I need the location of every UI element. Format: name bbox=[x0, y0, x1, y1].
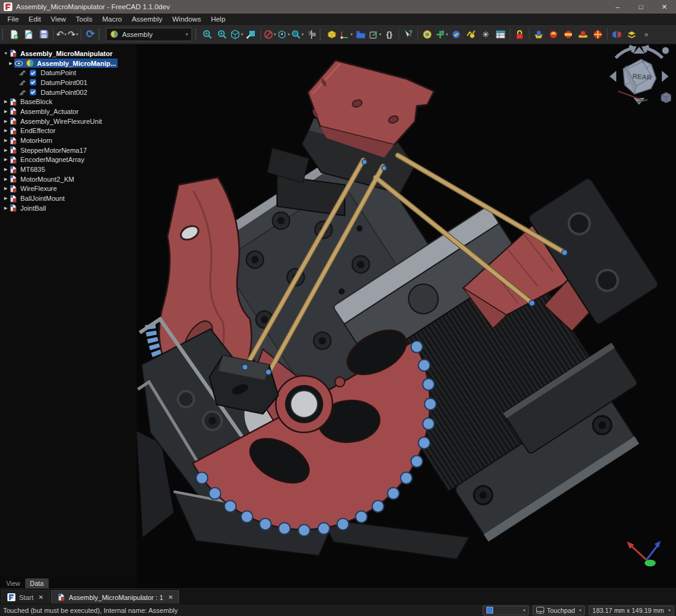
tree-item-label[interactable]: EncoderMagnetArray bbox=[20, 156, 84, 163]
tree-item-label[interactable]: DatumPoint001 bbox=[41, 79, 87, 86]
create-datum-button[interactable]: ▾ bbox=[339, 27, 353, 42]
tree-item-mt6835[interactable]: ▶MT6835 bbox=[0, 164, 137, 174]
ball-joint-button[interactable] bbox=[590, 27, 605, 42]
tree-item-motorhorn[interactable]: ▶MotorHorn bbox=[0, 136, 137, 145]
navigation-style-select[interactable]: Touchpad ▾ bbox=[533, 606, 585, 615]
menu-help[interactable]: Help bbox=[206, 15, 230, 23]
tree-item-document-root[interactable]: ▼ Assembly_MicroManipulator bbox=[0, 49, 137, 59]
close-button[interactable]: ✕ bbox=[653, 0, 676, 14]
expressions-button[interactable]: {} bbox=[382, 27, 396, 42]
mdi-tab-assembly[interactable]: Assembly_MicroManipulator : 1 ✕ bbox=[51, 590, 180, 604]
tree-item-label[interactable]: MotorMount2_KM bbox=[20, 176, 74, 183]
part-clamp-block-side[interactable] bbox=[267, 148, 309, 183]
navcube-arrow-right-icon[interactable] bbox=[662, 71, 669, 82]
exploded-view-button[interactable]: ✳ bbox=[478, 27, 493, 42]
tree-item-assembly-wireflexureunit[interactable]: ▶Assembly_WireFlexureUnit bbox=[0, 116, 137, 126]
menu-macro[interactable]: Macro bbox=[97, 15, 127, 23]
tree-item-label[interactable]: DatumPoint002 bbox=[41, 89, 87, 96]
fit-selection-button[interactable] bbox=[215, 27, 230, 42]
set-view-button[interactable] bbox=[244, 27, 259, 42]
tree-item-label[interactable]: BallJointMount bbox=[20, 195, 65, 202]
expand-arrow-icon[interactable]: ▶ bbox=[7, 61, 14, 66]
tree-item-datumpoint[interactable]: DatumPoint bbox=[16, 68, 137, 78]
refresh-button[interactable]: ⟳ bbox=[83, 27, 98, 42]
workbench-selector[interactable]: Assembly ▾ bbox=[106, 28, 192, 41]
tree-item-label[interactable]: DatumPoint bbox=[41, 69, 76, 76]
tree-item-label[interactable]: Assembly_MicroManip... bbox=[37, 60, 116, 67]
mdi-tab-start[interactable]: Start ✕ bbox=[1, 590, 50, 604]
tree-item-datumpoint002[interactable]: DatumPoint002 bbox=[16, 87, 137, 97]
zoom-button[interactable]: ▾ bbox=[291, 27, 305, 42]
tree-item-balljointmount[interactable]: ▶BallJointMount bbox=[0, 193, 137, 203]
toolbar-overflow-button[interactable]: » bbox=[639, 27, 654, 42]
undo-dropdown[interactable]: ▾ bbox=[65, 32, 67, 37]
slider-joint-button[interactable] bbox=[576, 27, 590, 42]
navcube-rotate-right-icon[interactable] bbox=[644, 46, 662, 58]
tree-item-steppermotornema17[interactable]: ▶StepperMotorNema17 bbox=[0, 145, 137, 155]
save-document-button[interactable] bbox=[36, 27, 51, 42]
insert-component-button[interactable]: ▾ bbox=[435, 27, 449, 42]
tree-item-label[interactable]: Assembly_MicroManipulator bbox=[20, 50, 113, 57]
tree-item-label[interactable]: Assembly_Actuator bbox=[20, 108, 79, 115]
menu-edit[interactable]: Edit bbox=[24, 15, 46, 23]
title-bar[interactable]: Assembly_MicroManipulator - FreeCAD 1.1.… bbox=[0, 0, 676, 14]
assembly-3d-model[interactable] bbox=[137, 44, 676, 588]
tab-data[interactable]: Data bbox=[25, 578, 49, 588]
3d-viewport[interactable]: REAR bbox=[137, 44, 676, 588]
mirror-part-button[interactable] bbox=[610, 27, 624, 42]
menu-file[interactable]: File bbox=[2, 15, 24, 23]
redo-button[interactable]: ↷▾ bbox=[67, 27, 79, 42]
cylindrical-joint-button[interactable] bbox=[561, 27, 576, 42]
mdi-tab-label[interactable]: Assembly_MicroManipulator : 1 bbox=[69, 594, 163, 601]
navcube-arrow-left-icon[interactable] bbox=[610, 71, 616, 82]
maximize-button[interactable]: □ bbox=[629, 0, 653, 14]
navcube-rotate-left-icon[interactable] bbox=[616, 46, 634, 58]
revolute-joint-button[interactable] bbox=[546, 27, 561, 42]
tab-view[interactable]: View bbox=[1, 578, 25, 588]
tree-item-label[interactable]: WireFlexure bbox=[20, 185, 57, 192]
menu-windows[interactable]: Windows bbox=[167, 15, 206, 23]
draw-style-select[interactable]: ▾ bbox=[483, 606, 529, 615]
layers-button[interactable] bbox=[624, 27, 639, 42]
create-assembly-button[interactable] bbox=[420, 27, 435, 42]
whats-this-button[interactable]: ? bbox=[401, 27, 416, 42]
tree-item-label[interactable]: JointBall bbox=[20, 205, 46, 212]
mdi-tab-label[interactable]: Start bbox=[19, 594, 33, 601]
navcube-mini-cube-icon[interactable] bbox=[661, 92, 671, 103]
close-tab-icon[interactable]: ✕ bbox=[168, 594, 173, 601]
menu-view[interactable]: View bbox=[46, 15, 71, 23]
tree-item-wireflexure[interactable]: ▶WireFlexure bbox=[0, 184, 137, 194]
create-simulation-button[interactable] bbox=[464, 27, 478, 42]
tree-item-label[interactable]: Assembly_WireFlexureUnit bbox=[20, 118, 102, 125]
isometric-view-button[interactable]: ▾ bbox=[230, 27, 244, 42]
menu-assembly[interactable]: Assembly bbox=[127, 15, 167, 23]
tree-item-assembly-selected[interactable]: ▶ Assembly_MicroManip... bbox=[5, 59, 137, 68]
fit-all-button[interactable] bbox=[200, 27, 215, 42]
navcube-cube[interactable]: REAR bbox=[619, 57, 658, 95]
tree-item-motormount2-km[interactable]: ▶MotorMount2_KM bbox=[0, 174, 137, 184]
fixed-joint-button[interactable] bbox=[531, 27, 546, 42]
tree-selection-highlight[interactable]: Assembly_MicroManip... bbox=[14, 59, 118, 68]
tree-item-baseblock[interactable]: ▶BaseBlock bbox=[0, 97, 137, 107]
create-part-button[interactable] bbox=[324, 27, 339, 42]
tree-item-label[interactable]: MT6835 bbox=[20, 166, 45, 173]
solve-assembly-button[interactable] bbox=[449, 27, 464, 42]
undo-button[interactable]: ↶▾ bbox=[55, 27, 67, 42]
toggle-grounded-button[interactable] bbox=[512, 27, 527, 42]
redo-dropdown[interactable]: ▾ bbox=[76, 32, 79, 37]
navcube-menu-icon[interactable] bbox=[662, 47, 669, 54]
tree-item-label[interactable]: StepperMotorNema17 bbox=[20, 147, 87, 154]
tree-item-datumpoint001[interactable]: DatumPoint001 bbox=[16, 78, 137, 87]
dimension-select[interactable]: 183.17 mm x 149.19 mm ▾ bbox=[589, 606, 674, 615]
menu-tools[interactable]: Tools bbox=[71, 15, 97, 23]
measure-button[interactable] bbox=[304, 27, 319, 42]
open-document-button[interactable] bbox=[22, 27, 36, 42]
tree-item-assembly-actuator[interactable]: ▶Assembly_Actuator bbox=[0, 107, 137, 116]
tree-item-label[interactable]: EndEffector bbox=[20, 127, 55, 134]
make-link-button[interactable]: ▾ bbox=[368, 27, 382, 42]
bill-of-materials-button[interactable] bbox=[493, 27, 508, 42]
tree-item-label[interactable]: BaseBlock bbox=[20, 98, 52, 105]
draw-style-button[interactable]: ▾ bbox=[263, 27, 277, 42]
close-tab-icon[interactable]: ✕ bbox=[38, 594, 43, 601]
expand-arrow-icon[interactable]: ▼ bbox=[2, 51, 9, 55]
